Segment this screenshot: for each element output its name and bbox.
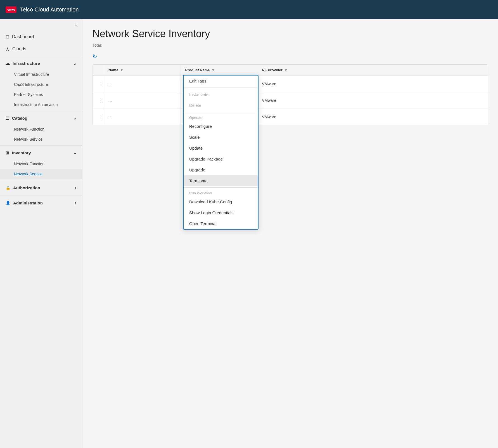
menu-item-update[interactable]: Update — [184, 143, 258, 154]
table-row: ⋮ ... Telco Cloud Service As... VMware — [93, 76, 488, 92]
menu-divider-3 — [184, 187, 258, 188]
infrastructure-icon — [6, 61, 10, 66]
main-content: Network Service Inventory Total: ↻ Name … — [82, 19, 498, 448]
menu-divider-2 — [184, 112, 258, 112]
inventory-label: Inventory — [12, 150, 31, 155]
catalog-icon — [6, 116, 9, 121]
sidebar: « Dashboard Clouds Infrastructure Virtua… — [0, 19, 82, 448]
table-row: ⋮ ... Telco Cloud Service As... VMware — [93, 92, 488, 109]
menu-item-reconfigure[interactable]: Reconfigure — [184, 121, 258, 132]
menu-item-open-terminal[interactable]: Open Terminal — [184, 218, 258, 229]
app-title: Telco Cloud Automation — [20, 6, 79, 13]
data-table: Name ▼ Product Name ▼ NF Provider ▼ ⋮ ..… — [93, 64, 488, 125]
row1-name-cell: ... — [104, 76, 181, 92]
row1-menu-button[interactable]: ⋮ — [97, 80, 105, 88]
sidebar-item-virtual-infrastructure[interactable]: Virtual Infrastructure — [0, 69, 82, 79]
menu-item-show-login[interactable]: Show Login Credentials — [184, 207, 258, 218]
menu-item-upgrade[interactable]: Upgrade — [184, 164, 258, 175]
row2-menu-cell: ⋮ — [93, 92, 104, 109]
menu-item-terminate[interactable]: Terminate — [184, 175, 258, 186]
sidebar-item-clouds[interactable]: Clouds — [0, 43, 82, 55]
sidebar-item-inventory-network-function[interactable]: Network Function — [0, 159, 82, 169]
inventory-chevron-icon — [73, 150, 77, 155]
row3-menu-cell: ⋮ — [93, 109, 104, 125]
menu-item-download-kube[interactable]: Download Kube Config — [184, 196, 258, 207]
administration-icon — [6, 201, 10, 205]
table-row: ⋮ ... Telco Cloud Service As... VMware — [93, 109, 488, 125]
sidebar-item-infrastructure-automation[interactable]: Infrastructure Automation — [0, 100, 82, 110]
vmware-logo: vmw — [6, 6, 16, 13]
page-title: Network Service Inventory — [93, 28, 488, 40]
row3-name-cell: ... — [104, 109, 181, 125]
administration-chevron-icon — [75, 200, 77, 206]
dashboard-icon — [6, 34, 9, 39]
menu-item-instantiate: Instantiate — [184, 89, 258, 100]
collapse-icon: « — [75, 22, 78, 27]
menu-section-operate: Operate — [184, 113, 258, 121]
col-provider: NF Provider ▼ — [257, 65, 334, 76]
top-nav: vmw Telco Cloud Automation — [0, 0, 498, 19]
row2-provider-cell: VMware — [257, 92, 334, 109]
table-header: Name ▼ Product Name ▼ NF Provider ▼ — [93, 65, 488, 76]
row1-provider-cell: VMware — [257, 76, 334, 92]
menu-item-edit-tags[interactable]: Edit Tags — [184, 76, 258, 86]
menu-item-upgrade-package[interactable]: Upgrade Package — [184, 154, 258, 164]
clouds-icon — [6, 46, 10, 51]
name-filter-icon[interactable]: ▼ — [120, 68, 123, 72]
authorization-icon — [6, 185, 10, 190]
row2-menu-button[interactable]: ⋮ — [97, 96, 105, 105]
sidebar-item-inventory-network-service[interactable]: Network Service — [0, 169, 82, 179]
authorization-label: Authorization — [13, 185, 40, 190]
toolbar: ↻ — [93, 53, 488, 60]
sidebar-item-partner-systems[interactable]: Partner Systems — [0, 89, 82, 100]
administration-label: Administration — [13, 201, 43, 205]
catalog-label: Catalog — [12, 116, 27, 121]
product-filter-icon[interactable]: ▼ — [212, 68, 215, 72]
sidebar-group-administration[interactable]: Administration — [0, 197, 82, 209]
sidebar-group-catalog[interactable]: Catalog — [0, 112, 82, 124]
sidebar-item-dashboard-label: Dashboard — [12, 34, 34, 39]
sidebar-item-catalog-network-service[interactable]: Network Service — [0, 134, 82, 144]
sidebar-group-inventory[interactable]: Inventory — [0, 147, 82, 159]
row3-menu-button[interactable]: ⋮ — [97, 113, 105, 121]
col-name: Name ▼ — [104, 65, 181, 76]
sidebar-item-dashboard[interactable]: Dashboard — [0, 31, 82, 43]
col-menu — [93, 65, 104, 76]
row2-name-cell: ... — [104, 92, 181, 109]
provider-filter-icon[interactable]: ▼ — [284, 68, 288, 72]
sidebar-item-catalog-network-function[interactable]: Network Function — [0, 124, 82, 134]
sidebar-group-infrastructure[interactable]: Infrastructure — [0, 57, 82, 69]
menu-section-run-workflow: Run Workflow — [184, 189, 258, 196]
menu-divider-1 — [184, 88, 258, 88]
inventory-icon — [6, 150, 9, 155]
sidebar-item-caas-infrastructure[interactable]: CaaS Infrastructure — [0, 79, 82, 89]
authorization-chevron-icon — [75, 185, 77, 191]
menu-item-scale[interactable]: Scale — [184, 132, 258, 143]
sidebar-group-authorization[interactable]: Authorization — [0, 181, 82, 194]
total-info: Total: — [93, 43, 488, 48]
sidebar-collapse-button[interactable]: « — [0, 19, 82, 31]
catalog-chevron-icon — [73, 115, 77, 121]
infrastructure-label: Infrastructure — [13, 61, 40, 66]
infrastructure-chevron-icon — [73, 61, 77, 66]
col-product: Product Name ▼ — [181, 65, 258, 76]
row3-provider-cell: VMware — [257, 109, 334, 125]
menu-item-delete: Delete — [184, 100, 258, 111]
sidebar-item-clouds-label: Clouds — [12, 46, 26, 51]
refresh-button[interactable]: ↻ — [93, 53, 97, 60]
row1-menu-cell: ⋮ — [93, 76, 104, 92]
context-menu: Edit Tags Instantiate Delete Operate Rec… — [183, 75, 259, 230]
